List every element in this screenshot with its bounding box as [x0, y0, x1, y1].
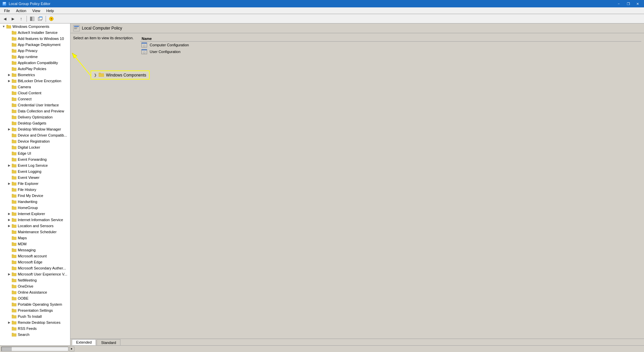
highlight-box[interactable]: ❯ Windows Components — [91, 70, 150, 80]
left-panel[interactable]: ▼ Windows Components ActiveX Installer S… — [0, 23, 70, 345]
expander-icon[interactable] — [7, 36, 11, 41]
tree-item[interactable]: ▶ Internet Information Service — [0, 217, 70, 223]
show-hide-button[interactable] — [29, 15, 36, 22]
expander-icon[interactable] — [7, 302, 11, 307]
restore-button[interactable]: ❒ — [624, 1, 633, 7]
expander-icon[interactable] — [7, 42, 11, 47]
tree-item[interactable]: Cloud Content — [0, 90, 70, 96]
expander-icon[interactable] — [7, 91, 11, 95]
expander-icon[interactable] — [7, 326, 11, 331]
tree-item[interactable]: Credential User Interface — [0, 102, 70, 108]
expander-icon[interactable] — [7, 169, 11, 174]
expander-icon[interactable] — [7, 187, 11, 192]
tree-item[interactable]: ▶ File Explorer — [0, 181, 70, 187]
expander-icon[interactable] — [7, 254, 11, 258]
tree-item[interactable]: OneDrive — [0, 283, 70, 289]
tree-item[interactable]: Camera — [0, 84, 70, 90]
expander-icon[interactable] — [7, 236, 11, 240]
tree-item[interactable]: ▶ Location and Sensors — [0, 223, 70, 229]
tree-item[interactable]: Find My Device — [0, 193, 70, 199]
scroll-right-arrow[interactable]: ► — [69, 347, 74, 351]
tab-extended[interactable]: Extended — [72, 339, 96, 345]
tree-item[interactable]: Portable Operating System — [0, 301, 70, 307]
expander-icon[interactable] — [7, 115, 11, 119]
tree-item[interactable]: ▶ BitLocker Drive Encryption — [0, 78, 70, 84]
tree-item[interactable]: OOBE — [0, 295, 70, 301]
close-button[interactable]: ✕ — [633, 1, 642, 7]
right-panel-item[interactable]: User Configuration — [140, 48, 641, 55]
tree-item[interactable]: Maps — [0, 235, 70, 241]
expander-icon[interactable] — [7, 314, 11, 319]
expander-icon[interactable] — [7, 248, 11, 252]
tree-item[interactable]: Connect — [0, 96, 70, 102]
expander-icon[interactable]: ▶ — [7, 79, 11, 83]
expander-icon[interactable] — [7, 175, 11, 180]
expander-icon[interactable]: ▶ — [7, 127, 11, 132]
expander-icon[interactable] — [7, 85, 11, 89]
tree-item[interactable]: Data Collection and Preview — [0, 108, 70, 114]
expander-icon[interactable] — [7, 260, 11, 264]
tree-item[interactable]: Microsoft Edge — [0, 259, 70, 265]
tab-standard[interactable]: Standard — [97, 339, 120, 345]
tree-item[interactable]: App runtime — [0, 54, 70, 60]
menu-help[interactable]: Help — [44, 8, 57, 13]
tree-root-windows-components[interactable]: ▼ Windows Components — [0, 23, 70, 30]
tree-item[interactable]: ▶ Microsoft User Experience V... — [0, 271, 70, 277]
forward-button[interactable]: ► — [9, 15, 17, 22]
menu-action[interactable]: Action — [13, 8, 29, 13]
expander-icon[interactable] — [7, 230, 11, 234]
expander-icon[interactable] — [7, 242, 11, 246]
expander-icon[interactable] — [7, 205, 11, 210]
expander-icon[interactable] — [7, 66, 11, 71]
expander-icon[interactable]: ▶ — [7, 223, 11, 228]
expander-icon[interactable] — [7, 308, 11, 313]
expander-icon[interactable]: ▶ — [7, 272, 11, 276]
tree-item[interactable]: Digital Locker — [0, 144, 70, 150]
expander-icon[interactable] — [7, 30, 11, 35]
tree-item[interactable]: Event Forwarding — [0, 156, 70, 162]
right-panel-item[interactable]: Computer Configuration — [140, 42, 641, 48]
expander-icon[interactable] — [7, 109, 11, 113]
expander-icon[interactable] — [7, 199, 11, 204]
tree-item[interactable]: AutoPlay Policies — [0, 66, 70, 72]
tree-item[interactable]: ActiveX Installer Service — [0, 30, 70, 36]
expander-icon[interactable] — [7, 121, 11, 125]
tree-item[interactable]: Delivery Optimization — [0, 114, 70, 120]
tree-item[interactable]: HomeGroup — [0, 205, 70, 211]
tree-item[interactable]: Search — [0, 332, 70, 338]
expander-icon[interactable] — [7, 266, 11, 270]
tree-item[interactable]: Event Viewer — [0, 174, 70, 181]
tree-item[interactable]: ▶ Remote Desktop Services — [0, 319, 70, 325]
tree-item[interactable]: Event Logging — [0, 168, 70, 174]
tree-item[interactable]: ▶ Internet Explorer — [0, 211, 70, 217]
expander-icon[interactable]: ▶ — [7, 320, 11, 325]
tree-item[interactable]: Desktop Gadgets — [0, 120, 70, 126]
tree-item[interactable]: ▶ Desktop Window Manager — [0, 126, 70, 132]
help-button[interactable]: ? — [48, 15, 55, 22]
tree-item[interactable]: Online Assistance — [0, 289, 70, 295]
expander-icon[interactable]: ▶ — [7, 217, 11, 222]
menu-file[interactable]: File — [1, 8, 13, 13]
tree-item[interactable]: App Package Deployment — [0, 42, 70, 48]
minimize-button[interactable]: − — [614, 1, 623, 7]
menu-view[interactable]: View — [30, 8, 43, 13]
expander-icon[interactable] — [7, 48, 11, 53]
expander-icon[interactable] — [7, 290, 11, 295]
tree-item[interactable]: NetMeeting — [0, 277, 70, 283]
tree-item[interactable]: Maintenance Scheduler — [0, 229, 70, 235]
expander-icon[interactable] — [7, 97, 11, 101]
expander-icon[interactable] — [7, 103, 11, 107]
tree-item[interactable]: Handwriting — [0, 199, 70, 205]
tree-item[interactable]: Device and Driver Compatib... — [0, 132, 70, 138]
tree-item[interactable]: Messaging — [0, 247, 70, 253]
expander-icon[interactable] — [7, 133, 11, 138]
tree-item[interactable]: Push To Install — [0, 313, 70, 319]
expander-icon[interactable] — [7, 139, 11, 144]
expander-icon[interactable] — [7, 284, 11, 289]
expander-icon[interactable]: ▶ — [7, 72, 11, 77]
back-button[interactable]: ◄ — [1, 15, 9, 22]
tree-item[interactable]: Microsoft account — [0, 253, 70, 259]
expander-icon[interactable]: ▶ — [7, 211, 11, 216]
tree-item[interactable]: MDM — [0, 241, 70, 247]
expander-icon[interactable] — [7, 60, 11, 65]
